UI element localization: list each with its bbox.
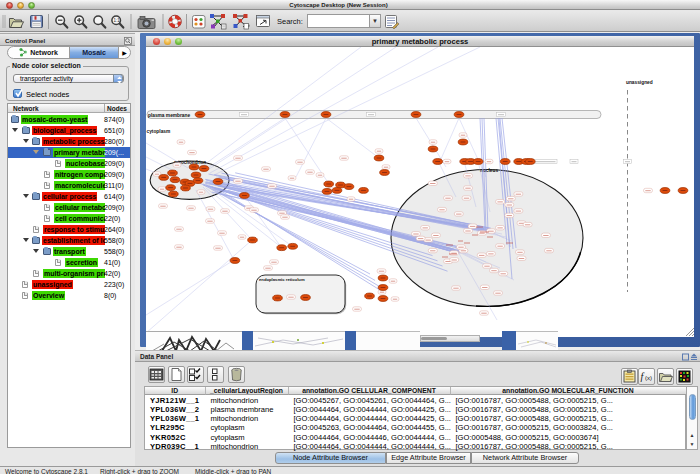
svg-text:plasma membrane: plasma membrane — [148, 113, 190, 118]
svg-text:1:1: 1:1 — [114, 18, 121, 23]
svg-text:cytoplasm: cytoplasm — [147, 129, 171, 134]
svg-text:unassigned: unassigned — [626, 80, 653, 85]
svg-text:endoplasmic reticulum: endoplasmic reticulum — [259, 277, 305, 282]
svg-text:(x): (x) — [645, 375, 652, 381]
svg-text:f: f — [641, 371, 645, 382]
